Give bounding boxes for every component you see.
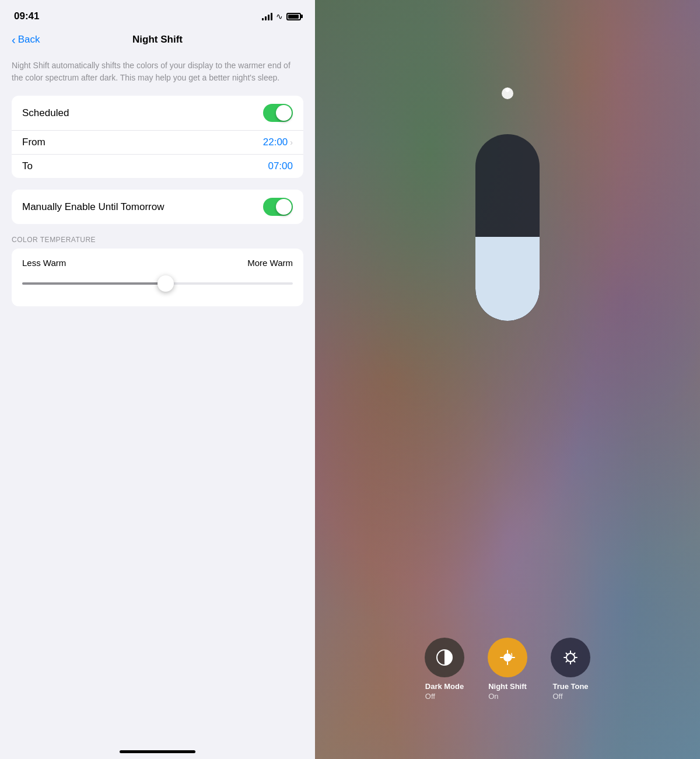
home-indicator: [120, 750, 195, 753]
slider-fill: [22, 282, 171, 285]
brightness-capsule[interactable]: [475, 134, 540, 321]
wifi-icon: ∿: [276, 12, 283, 21]
true-tone-icon: [551, 638, 590, 677]
chevron-right-icon: ›: [290, 138, 293, 147]
to-row[interactable]: To 07:00: [12, 154, 303, 178]
brightness-fill: [475, 237, 540, 321]
manually-card: Manually Enable Until Tomorrow: [12, 190, 303, 224]
scheduled-card: Scheduled From 22:00 › To 07:00: [12, 96, 303, 178]
night-shift-icon: [488, 638, 527, 677]
temperature-slider[interactable]: [22, 275, 293, 292]
scheduled-row: Scheduled: [12, 96, 303, 131]
status-time: 09:41: [14, 11, 39, 22]
from-label: From: [22, 137, 46, 148]
to-value: 07:00: [268, 160, 293, 172]
svg-line-11: [566, 653, 568, 655]
color-temp-section-label: COLOR TEMPERATURE: [0, 236, 315, 249]
dark-mode-sublabel: Off: [425, 692, 464, 701]
manually-label: Manually Enable Until Tomorrow: [22, 201, 164, 213]
scheduled-toggle[interactable]: [263, 104, 293, 122]
status-bar: 09:41 ∿: [0, 0, 315, 29]
true-tone-button[interactable]: True Tone Off: [551, 638, 590, 701]
manually-row: Manually Enable Until Tomorrow: [12, 190, 303, 224]
back-label: Back: [18, 34, 40, 46]
scheduled-label: Scheduled: [22, 107, 69, 119]
less-warm-label: Less Warm: [22, 258, 66, 268]
sun-icon: [490, 76, 525, 111]
true-tone-sublabel: Off: [552, 692, 588, 701]
description-text: Night Shift automatically shifts the col…: [0, 55, 315, 96]
toggle-knob: [276, 105, 292, 121]
signal-icon: [262, 12, 272, 20]
left-panel: 09:41 ∿ ‹ Back Night Shift Night Shift a…: [0, 0, 315, 759]
dark-mode-icon: [425, 638, 464, 677]
status-icons: ∿: [262, 12, 301, 21]
battery-icon: [286, 13, 301, 20]
temperature-card: Less Warm More Warm: [12, 249, 303, 306]
right-panel: Dark Mode Off Night Shift On: [315, 0, 700, 759]
to-value-container: 07:00: [268, 160, 293, 172]
slider-thumb[interactable]: [158, 275, 174, 292]
dark-mode-button[interactable]: Dark Mode Off: [425, 638, 464, 701]
from-row[interactable]: From 22:00 ›: [12, 131, 303, 154]
nav-bar: ‹ Back Night Shift: [0, 29, 315, 55]
true-tone-label: True Tone Off: [552, 682, 588, 701]
back-button[interactable]: ‹ Back: [12, 34, 40, 46]
svg-line-14: [566, 660, 568, 662]
dark-mode-label: Dark Mode Off: [425, 682, 464, 701]
toggle-knob-2: [276, 199, 292, 215]
manually-toggle[interactable]: [263, 198, 293, 216]
more-warm-label: More Warm: [247, 258, 293, 268]
svg-line-12: [573, 660, 575, 662]
temperature-labels: Less Warm More Warm: [22, 258, 293, 268]
night-shift-sublabel: On: [488, 692, 527, 701]
control-buttons: Dark Mode Off Night Shift On: [425, 638, 590, 701]
night-shift-button[interactable]: Night Shift On: [488, 638, 527, 701]
svg-line-13: [573, 653, 575, 655]
page-title: Night Shift: [132, 34, 183, 46]
from-value: 22:00: [263, 137, 288, 148]
from-value-container: 22:00 ›: [263, 137, 293, 148]
to-label: To: [22, 160, 33, 172]
night-shift-label: Night Shift On: [488, 682, 527, 701]
chevron-left-icon: ‹: [12, 34, 16, 46]
